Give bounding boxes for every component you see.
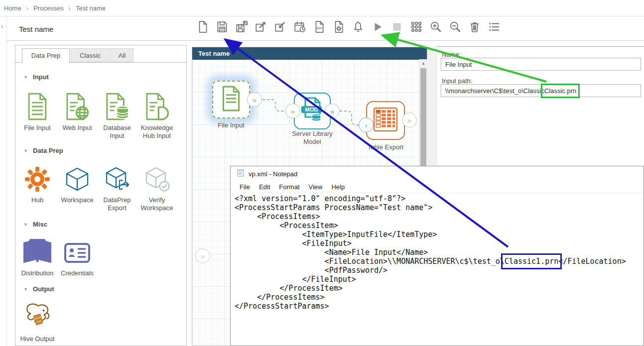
dataprep-export-icon — [103, 165, 131, 195]
database-input-icon — [104, 93, 130, 122]
palette-item-hive-output[interactable] — [17, 301, 57, 332]
port-model-in[interactable]: » — [285, 104, 300, 118]
xml-text: <FileLocation>\\MONARCHSERVER\c$\test_o\ — [235, 257, 505, 266]
collapse-chevron-icon[interactable]: ▾ — [24, 286, 27, 292]
group-button[interactable] — [409, 21, 423, 35]
save-as-icon — [235, 20, 248, 35]
delete-button[interactable] — [468, 21, 482, 35]
knowledge-hub-input-icon — [144, 93, 170, 122]
palette-item-credentials[interactable] — [57, 239, 97, 268]
port-unattached[interactable]: » — [195, 248, 210, 263]
stop-button[interactable] — [390, 21, 404, 35]
misc-labels-row: Distribution Credentials — [17, 269, 185, 277]
menu-file[interactable]: File — [235, 183, 255, 191]
collapse-chevron-icon[interactable]: ▾ — [24, 148, 27, 153]
process-settings-button[interactable] — [332, 21, 346, 35]
palette-item-dataprep-export[interactable] — [97, 166, 137, 195]
tab-data-prep[interactable]: Data Prep — [22, 48, 70, 63]
xml-line: <ProcessItems> — [235, 212, 626, 221]
menu-edit[interactable]: Edit — [255, 183, 274, 191]
data-prep-labels-row: Hub Workspace DataPrep Export Verify Wor… — [17, 196, 185, 212]
breadcrumb-processes[interactable]: Processes — [33, 4, 64, 12]
breadcrumb-current: Test name — [76, 4, 106, 12]
tab-all[interactable]: All — [111, 48, 133, 62]
dots-grid-icon — [410, 20, 423, 35]
section-header-data-prep[interactable]: ▾ Data Prep — [24, 147, 63, 154]
xml-line: </FileInput> — [235, 275, 626, 284]
palette-panel: Data Prep Classic All ▾ Input File Input… — [15, 45, 187, 346]
palette-item-hub[interactable] — [17, 166, 57, 195]
palette-tabs: Data Prep Classic All — [15, 48, 186, 63]
tab-classic[interactable]: Classic — [71, 48, 110, 62]
tab-label: All — [119, 52, 126, 59]
header-divider — [7, 40, 644, 41]
xml-line: <?xml version="1.0" encoding="utf-8"?> — [235, 194, 626, 203]
new-process-button[interactable] — [196, 21, 210, 35]
play-icon — [371, 20, 384, 35]
breadcrumb-home[interactable]: Home — [4, 4, 21, 12]
palette-item-workspace[interactable] — [57, 166, 97, 195]
node-file-input[interactable] — [212, 81, 250, 118]
port-model-out[interactable]: » — [325, 104, 340, 118]
export-xml-button[interactable]: </> — [312, 21, 326, 35]
node-label-server-library-model: Server Library Model — [282, 130, 342, 146]
palette-item-knowledge-hub-input[interactable] — [137, 93, 177, 122]
palette-item-file-input[interactable] — [17, 93, 57, 122]
scroll-up-icon[interactable]: ▲ — [419, 61, 427, 66]
name-label: Name: — [442, 51, 461, 58]
input-items-row — [17, 93, 185, 122]
code-file-icon: </> — [313, 20, 326, 35]
mod-model-icon: MOD — [301, 96, 324, 126]
breadcrumb-separator: › — [69, 4, 71, 12]
notepad-app-icon — [237, 169, 245, 179]
schedule-button[interactable] — [293, 21, 307, 35]
window-arrow-out-icon — [255, 20, 267, 35]
section-header-input[interactable]: ▾ Input — [24, 73, 49, 81]
menu-view[interactable]: View — [304, 183, 327, 191]
port-table-export-in[interactable]: › — [359, 117, 374, 132]
collapse-rail[interactable]: › — [0, 16, 7, 346]
palette-item-web-input[interactable] — [57, 93, 97, 122]
notepad-text-area[interactable]: <?xml version="1.0" encoding="utf-8"?> <… — [235, 194, 626, 311]
zoom-in-button[interactable] — [429, 21, 443, 35]
menu-help[interactable]: Help — [327, 183, 349, 191]
collapse-chevron-icon[interactable]: ▾ — [24, 222, 27, 227]
input-path-field[interactable]: \\monarchserver\C$\test_o\ClassicClassic… — [441, 84, 641, 97]
name-field[interactable]: File Input — [441, 58, 641, 71]
svg-text:</>: </> — [317, 26, 323, 30]
save-as-button[interactable] — [235, 21, 249, 35]
port-table-export-out[interactable]: » — [402, 113, 417, 127]
port-file-input-out[interactable]: » — [247, 92, 262, 107]
import-template-button[interactable] — [273, 21, 287, 35]
palette-item-verify-workspace[interactable] — [137, 166, 177, 195]
xml-line: <Name>File Input</Name> — [235, 248, 626, 257]
section-header-misc[interactable]: ▾ Misc — [24, 221, 47, 228]
canvas-title-bar: Test name — [192, 47, 427, 60]
section-header-output[interactable]: ▾ Output — [24, 285, 54, 293]
xml-line: <ProcessItem> — [235, 221, 626, 230]
save-button[interactable] — [215, 21, 229, 35]
run-button[interactable] — [371, 21, 385, 35]
input-path-label: Input path: — [442, 77, 472, 85]
log-button[interactable] — [487, 21, 501, 35]
palette-item-database-input[interactable] — [97, 93, 137, 122]
breadcrumb-separator: › — [26, 4, 28, 12]
calendar-clock-icon — [293, 20, 306, 35]
node-label-file-input: File Input — [206, 121, 256, 129]
menu-format[interactable]: Format — [274, 183, 304, 191]
zoom-out-button[interactable] — [448, 21, 462, 35]
palette-item-distribution[interactable] — [17, 239, 57, 268]
window-arrow-in-icon — [274, 20, 287, 35]
section-title: Data Prep — [33, 147, 63, 154]
export-template-button[interactable] — [254, 21, 268, 35]
expand-chevron-icon[interactable]: › — [1, 22, 3, 30]
collapse-chevron-icon[interactable]: ▾ — [24, 74, 27, 80]
notepad-window[interactable]: vp.xml - Notepad File Edit Format View H… — [230, 166, 644, 346]
section-title: Output — [33, 285, 54, 293]
item-label: Database Input — [97, 124, 137, 140]
item-label: Workspace — [57, 196, 97, 212]
xml-line: <FileInput> — [235, 239, 626, 248]
path-prefix: \\monarchserver\C$\test_o\Classic — [445, 87, 544, 95]
alerts-button[interactable] — [351, 21, 365, 35]
notepad-title-bar[interactable]: vp.xml - Notepad — [231, 166, 644, 181]
